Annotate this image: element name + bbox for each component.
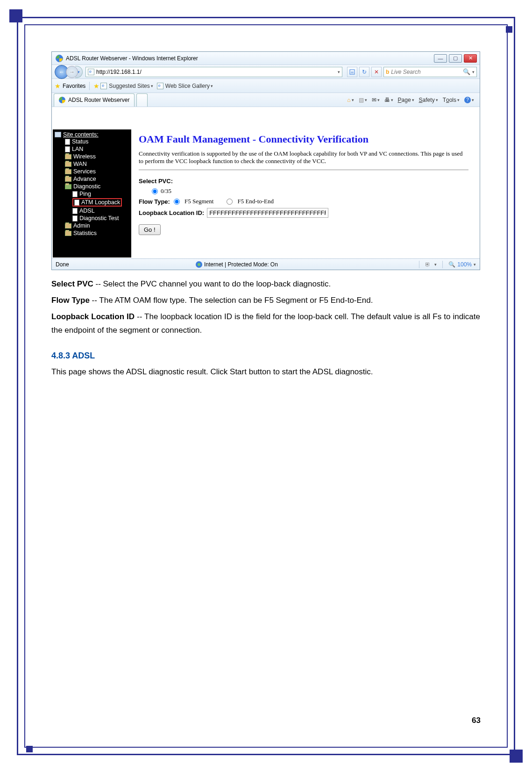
browser-window: ADSL Router Webserver - Windows Internet… — [51, 51, 480, 270]
document-body: Select PVC -- Select the PVC channel you… — [51, 278, 480, 379]
sidebar-item-statistics[interactable]: Statistics — [57, 229, 129, 237]
page-number: 63 — [472, 716, 481, 725]
favorites-label[interactable]: Favorites — [63, 83, 85, 89]
sidebar-item-services[interactable]: Services — [57, 168, 129, 175]
folder-icon — [65, 223, 71, 229]
status-bar: Done Internet | Protected Mode: On ⛨ ▾ 🔍… — [52, 258, 480, 270]
svg-rect-1 — [351, 71, 354, 73]
flow-opt2-label: F5 End-to-End — [237, 198, 274, 205]
suggested-sites-label: Suggested Sites — [109, 83, 149, 89]
address-input[interactable] — [96, 69, 338, 75]
window-title: ADSL Router Webserver - Windows Internet… — [66, 55, 432, 62]
home-button[interactable]: ⌂▾ — [345, 96, 355, 104]
zoom-icon: 🔍 — [448, 261, 455, 268]
page-mini-icon — [157, 83, 163, 89]
loopback-id-input[interactable] — [207, 208, 328, 218]
zoom-value: 100% — [457, 261, 472, 268]
page-icon — [72, 191, 78, 197]
protected-mode-icon[interactable]: ⛨ — [425, 261, 431, 268]
dropdown-icon: ▾ — [151, 84, 153, 88]
flow-f5-end-radio[interactable] — [227, 199, 233, 205]
ie-icon — [56, 55, 63, 62]
status-text: Done — [56, 261, 196, 268]
favorites-bar: ★ Favorites ★ Suggested Sites ▾ Web Slic… — [52, 79, 480, 93]
page-mini-icon — [100, 83, 107, 89]
main-panel: OAM Fault Management - Connectivity Veri… — [132, 129, 480, 258]
sidebar-item-diagtest[interactable]: Diagnostic Test — [57, 214, 129, 222]
computer-icon — [55, 132, 61, 137]
maximize-button[interactable]: ▢ — [449, 54, 462, 63]
help-button[interactable]: ?▾ — [462, 96, 476, 104]
folder-open-icon — [65, 184, 71, 189]
page-content: Site contents: Status LAN Wireless WAN S… — [52, 129, 480, 258]
tab-bar: ADSL Router Webserver ⌂▾ ▧▾ ✉▾ 🖶▾ Page▾ … — [52, 93, 480, 107]
loopback-id-label: Loopback Location ID: — [139, 209, 204, 216]
close-button[interactable]: ✕ — [464, 54, 477, 63]
page-description: Connectivity verification is supported b… — [139, 150, 468, 170]
page-icon — [88, 69, 94, 75]
print-button[interactable]: 🖶▾ — [383, 96, 395, 104]
sidebar-item-admin[interactable]: Admin — [57, 222, 129, 229]
web-slice-link[interactable]: Web Slice Gallery ▾ — [157, 83, 213, 89]
sidebar-item-diagnostic[interactable]: Diagnostic — [57, 183, 129, 190]
sidebar-item-wireless[interactable]: Wireless — [57, 153, 129, 160]
sidebar-item-ping[interactable]: Ping — [57, 190, 129, 198]
section-text: This page shows the ADSL diagnostic resu… — [51, 365, 480, 379]
sidebar-item-wan[interactable]: WAN — [57, 160, 129, 168]
flow-opt1-label: F5 Segment — [184, 198, 213, 205]
stop-button[interactable]: ✕ — [371, 67, 382, 77]
flow-f5-segment-radio[interactable] — [174, 199, 180, 205]
forward-button[interactable]: → — [66, 66, 78, 78]
select-pvc-label: Select PVC: — [139, 178, 173, 185]
status-zone: Internet | Protected Mode: On — [204, 261, 278, 268]
folder-icon — [65, 154, 71, 159]
page-menu[interactable]: Page▾ — [396, 96, 416, 104]
tools-menu[interactable]: Tools▾ — [441, 96, 461, 104]
search-dropdown-icon[interactable]: ▾ — [472, 70, 475, 74]
search-box[interactable]: b 🔍 ▾ — [383, 67, 477, 77]
pvc-radio[interactable] — [152, 188, 158, 194]
suggested-sites-link[interactable]: ★ Suggested Sites ▾ — [93, 82, 153, 90]
search-input[interactable] — [391, 69, 463, 75]
safety-menu[interactable]: Safety▾ — [417, 96, 440, 104]
new-tab-button[interactable] — [136, 93, 148, 107]
go-button[interactable]: Go ! — [139, 224, 161, 235]
page-icon — [74, 200, 79, 206]
command-bar: ⌂▾ ▧▾ ✉▾ 🖶▾ Page▾ Safety▾ Tools▾ ?▾ — [345, 96, 480, 104]
page-icon — [72, 215, 78, 222]
tab-active[interactable]: ADSL Router Webserver — [54, 93, 135, 107]
address-bar[interactable]: ▾ — [85, 67, 342, 77]
sidebar-tree: Site contents: Status LAN Wireless WAN S… — [53, 129, 131, 257]
page-icon — [65, 146, 70, 152]
search-icon[interactable]: 🔍 — [463, 68, 470, 75]
sidebar-item-status[interactable]: Status — [57, 138, 129, 145]
read-mail-button[interactable]: ✉▾ — [370, 96, 382, 104]
zoom-control[interactable]: 🔍 100% ▾ — [448, 261, 476, 268]
window-titlebar: ADSL Router Webserver - Windows Internet… — [52, 52, 480, 65]
pvc-option-label: 0/35 — [161, 187, 171, 195]
address-dropdown-icon[interactable]: ▾ — [338, 70, 340, 74]
sidebar-header: Site contents: — [55, 131, 129, 138]
mini-star-icon: ★ — [93, 82, 99, 90]
folder-icon — [65, 177, 71, 182]
doc-para-flow-type: Flow Type -- The ATM OAM flow type. The … — [51, 294, 480, 307]
sidebar-item-lan[interactable]: LAN — [57, 145, 129, 153]
section-heading: 4.8.3 ADSL — [51, 349, 480, 363]
sidebar-item-adsl[interactable]: ADSL — [57, 207, 129, 214]
compat-view-button[interactable] — [347, 67, 357, 77]
minimize-button[interactable]: — — [434, 54, 447, 63]
doc-para-loopback: Loopback Location ID -- The loopback loc… — [51, 310, 480, 337]
favorites-star-icon[interactable]: ★ — [55, 82, 61, 90]
bing-icon: b — [386, 69, 389, 75]
refresh-button[interactable]: ↻ — [359, 67, 369, 77]
globe-icon — [196, 261, 202, 268]
folder-icon — [65, 162, 71, 167]
sidebar-item-advance[interactable]: Advance — [57, 175, 129, 183]
nav-toolbar: ← → ▾ ▾ ↻ ✕ b 🔍 ▾ — [52, 65, 480, 79]
flow-type-label: Flow Type: — [139, 198, 170, 205]
page-icon — [65, 139, 70, 145]
feeds-button[interactable]: ▧▾ — [357, 96, 369, 104]
sidebar-item-atm-loopback[interactable]: ATM Loopback — [57, 198, 129, 207]
tab-title: ADSL Router Webserver — [68, 97, 129, 103]
folder-icon — [65, 169, 71, 174]
